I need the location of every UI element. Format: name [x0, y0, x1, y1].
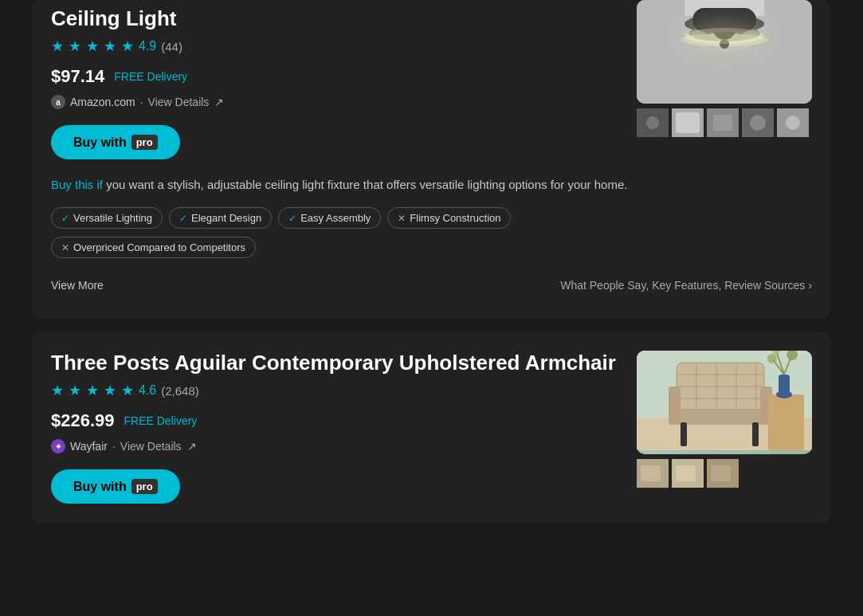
view-more-link[interactable]: View More — [51, 279, 104, 292]
star2-2: ★ — [69, 382, 81, 399]
star2-5: ★ — [121, 382, 134, 399]
svg-rect-0 — [637, 0, 812, 104]
source-name-2: Wayfair — [70, 440, 108, 453]
star-1: ★ — [51, 37, 64, 55]
svg-point-42 — [767, 354, 777, 363]
svg-rect-50 — [711, 465, 731, 481]
buy-button-label-2: Buy with — [73, 480, 127, 494]
thumbnail-arm-3[interactable] — [707, 459, 739, 488]
svg-point-18 — [786, 116, 800, 130]
svg-point-2 — [685, 14, 764, 33]
armchair-svg — [637, 351, 812, 450]
svg-rect-46 — [641, 465, 661, 481]
delivery-badge-2: FREE Delivery — [124, 414, 198, 427]
buy-this-if-text: Buy this if you want a stylish, adjustab… — [51, 175, 812, 194]
thumbnail-1[interactable] — [637, 108, 669, 137]
thumbnail-arm-1[interactable] — [637, 459, 669, 488]
svg-point-7 — [734, 22, 747, 34]
card-footer: View More What People Say, Key Features,… — [51, 266, 812, 292]
review-count: (44) — [161, 40, 182, 53]
source-row-2: ✦ Wayfair · View Details ↗ — [51, 439, 621, 453]
buy-button-2[interactable]: Buy with pro — [51, 469, 180, 504]
tag-label-5: Overpriced Compared to Competitors — [73, 241, 245, 253]
svg-rect-14 — [713, 115, 732, 131]
key-features-link[interactable]: What People Say, Key Features, Review So… — [560, 279, 812, 292]
delivery-badge: FREE Delivery — [114, 70, 187, 83]
review-section: Buy this if you want a stylish, adjustab… — [51, 159, 812, 300]
check-icon-2: ✓ — [179, 213, 187, 224]
svg-point-8 — [720, 39, 729, 49]
buy-button[interactable]: Buy with pro — [51, 125, 180, 159]
star-rating-2: ★ ★ ★ ★ ★ 4.6 (2,648) — [51, 382, 621, 399]
pro-badge-2: pro — [131, 479, 158, 494]
price-2: $226.99 — [51, 410, 115, 431]
star-2: ★ — [69, 37, 81, 55]
separator: · — [140, 96, 143, 108]
tag-label-4: Flimsy Construction — [410, 212, 500, 224]
star-5: ★ — [121, 37, 134, 55]
product-tags-row2: ✕ Overpriced Compared to Competitors — [51, 237, 812, 258]
star2-1: ★ — [51, 382, 64, 399]
svg-rect-32 — [669, 386, 681, 425]
x-icon-2: ✕ — [61, 242, 69, 253]
product-info: Ceiling Light ★ ★ ★ ★ ★ 4.9 (44) $97.14 … — [51, 0, 621, 159]
ceiling-light-graphic — [637, 0, 812, 104]
svg-rect-1 — [685, 0, 764, 16]
svg-rect-12 — [676, 112, 700, 133]
star-3: ★ — [86, 37, 99, 55]
tag-label-2: Elegant Design — [191, 212, 261, 224]
svg-rect-34 — [681, 422, 687, 446]
price: $97.14 — [51, 66, 104, 87]
rating-value: 4.9 — [139, 39, 156, 53]
product-title: Ceiling Light — [51, 0, 621, 31]
thumbnail-arm-2[interactable] — [672, 459, 704, 488]
thumbnail-3[interactable] — [707, 108, 739, 137]
ceiling-svg — [637, 0, 812, 104]
tag-label-3: Easy Assembly — [300, 212, 371, 224]
pro-badge: pro — [131, 135, 158, 150]
rating-value-2: 4.6 — [139, 383, 156, 398]
check-icon-3: ✓ — [288, 213, 296, 224]
buy-highlight: Buy this if — [51, 178, 103, 191]
tag-easy-assembly[interactable]: ✓ Easy Assembly — [278, 207, 381, 229]
tag-elegant-design[interactable]: ✓ Elegant Design — [169, 207, 272, 229]
product-top-section-2: Three Posts Aguilar Contemporary Upholst… — [51, 351, 812, 504]
thumbnail-2[interactable] — [672, 108, 704, 137]
svg-rect-38 — [779, 375, 790, 395]
product-tags: ✓ Versatile Lighting ✓ Elegant Design ✓ … — [51, 207, 812, 229]
amazon-icon: a — [51, 95, 65, 109]
key-features-text: What People Say, Key Features, Review So… — [560, 279, 805, 292]
svg-point-10 — [646, 116, 659, 129]
svg-point-3 — [688, 26, 760, 41]
buy-button-label: Buy with — [73, 135, 127, 150]
thumbnail-5[interactable] — [777, 108, 809, 137]
source-row: a Amazon.com · View Details ↗ — [51, 95, 621, 109]
source-name: Amazon.com — [70, 96, 135, 108]
main-product-image[interactable] — [637, 0, 812, 104]
chevron-right-icon: › — [808, 279, 812, 292]
tag-overpriced[interactable]: ✕ Overpriced Compared to Competitors — [51, 237, 256, 258]
tag-versatile-lighting[interactable]: ✓ Versatile Lighting — [51, 207, 163, 229]
star2-4: ★ — [104, 382, 116, 399]
x-icon-1: ✕ — [398, 213, 406, 224]
product-card-1: Ceiling Light ★ ★ ★ ★ ★ 4.9 (44) $97.14 … — [32, 0, 831, 319]
main-product-image-2[interactable] — [637, 351, 812, 454]
product-info-2: Three Posts Aguilar Contemporary Upholst… — [51, 351, 621, 504]
product-images — [637, 0, 812, 159]
svg-point-5 — [712, 16, 736, 40]
star-4: ★ — [104, 37, 116, 55]
view-details-link-2[interactable]: View Details ↗ — [120, 440, 197, 453]
price-row-2: $226.99 FREE Delivery — [51, 410, 621, 431]
product-images-2 — [637, 351, 812, 504]
buy-this-if-body: you want a stylish, adjustable ceiling l… — [103, 178, 627, 191]
thumbnail-row — [637, 108, 812, 137]
product-top-section: Ceiling Light ★ ★ ★ ★ ★ 4.9 (44) $97.14 … — [51, 0, 812, 159]
tag-flimsy-construction[interactable]: ✕ Flimsy Construction — [387, 207, 511, 229]
view-details-link[interactable]: View Details ↗ — [148, 96, 225, 108]
svg-rect-36 — [768, 394, 804, 450]
separator-2: · — [112, 440, 116, 453]
thumbnail-4[interactable] — [742, 108, 774, 137]
star2-3: ★ — [86, 382, 99, 399]
svg-rect-35 — [752, 422, 759, 446]
svg-point-6 — [702, 22, 715, 34]
